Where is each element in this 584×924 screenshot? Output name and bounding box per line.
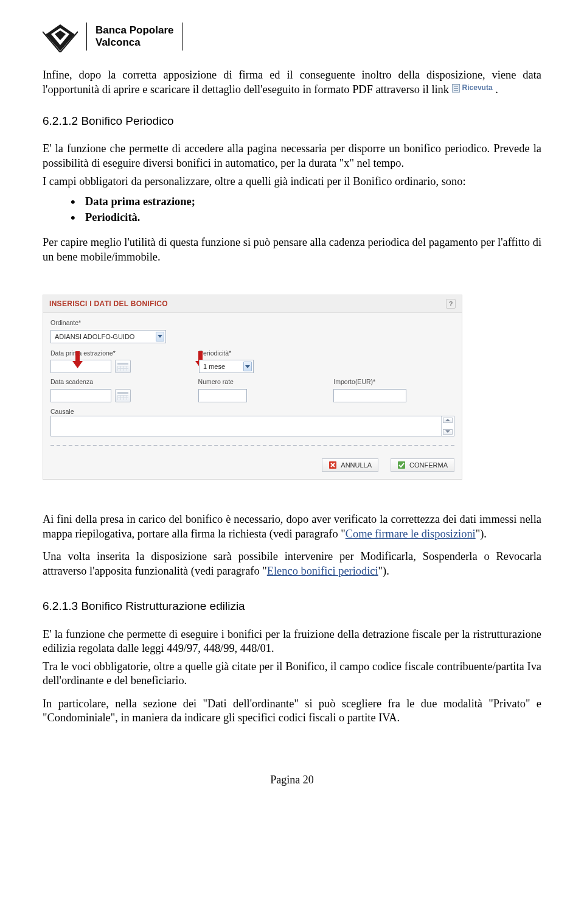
paragraph-intro-text-b: . (493, 83, 498, 96)
paragraph-periodico-desc: E' la funzione che permette di accedere … (43, 142, 541, 170)
form-footer: ANNULLA CONFERMA (43, 455, 462, 479)
annulla-button[interactable]: ANNULLA (322, 458, 378, 472)
data-prima-estrazione-label: Data prima estrazione* (50, 349, 184, 357)
importo-input[interactable] (333, 389, 406, 402)
brand-logo-icon (43, 21, 78, 52)
numero-rate-label: Numero rate (198, 378, 319, 386)
bullet-periodicita: Periodicità. (71, 211, 541, 225)
brand-header: Banca Popolare Valconca (43, 21, 541, 52)
bonifico-form-screenshot: INSERISCI I DATI DEL BONIFICO ? Ordinant… (43, 295, 462, 480)
paragraph-ristrutturazione-modalita: In particolare, nella sezione dei "Dati … (43, 697, 541, 726)
paragraph-ristrutturazione-voci: Tra le voci obbligatorie, oltre a quelle… (43, 660, 541, 688)
ordinante-value: ADIANSI ADOLFO-GUIDO (55, 332, 134, 341)
chevron-down-icon (243, 362, 252, 371)
bullet-data-prima-estrazione: Data prima estrazione; (71, 195, 541, 209)
data-scadenza-label: Data scadenza (50, 378, 184, 386)
causale-label: Causale (50, 408, 74, 415)
arrow-down-icon[interactable] (443, 429, 453, 435)
chevron-down-icon (156, 332, 164, 341)
paragraph-modifica: Una volta inserita la disposizione sarà … (43, 550, 541, 578)
page-number: Pagina 20 (43, 773, 541, 787)
conferma-button[interactable]: CONFERMA (391, 458, 454, 472)
conferma-label: CONFERMA (409, 461, 448, 469)
calendar-icon[interactable] (115, 360, 131, 373)
arrow-up-icon[interactable] (443, 418, 453, 423)
paragraph-ristrutturazione-desc: E' la funzione che permette di eseguire … (43, 628, 541, 656)
paragraph-presa-in-carico: Ai fini della presa in carico del bonifi… (43, 513, 541, 541)
link-come-firmare[interactable]: Come firmare le disposizioni (346, 528, 476, 540)
ricevuta-link[interactable]: Ricevuta (452, 83, 493, 93)
brand-name: Banca Popolare Valconca (96, 24, 174, 48)
brand-separator (86, 23, 87, 51)
brand-name-line2: Valconca (96, 37, 174, 49)
form-title: INSERISCI I DATI DEL BONIFICO (49, 299, 168, 309)
paragraph-periodico-fields: I campi obbligatori da personalizzare, o… (43, 175, 541, 189)
ricevuta-label: Ricevuta (462, 83, 493, 93)
paragraph-presa-in-carico-b: "). (476, 528, 487, 540)
paragraph-intro: Infine, dopo la corretta apposizione di … (43, 68, 541, 97)
data-scadenza-input[interactable] (50, 389, 111, 402)
link-elenco-bonifici[interactable]: Elenco bonifici periodici (267, 565, 378, 577)
form-divider (50, 445, 454, 446)
brand-name-line1: Banca Popolare (96, 24, 174, 37)
paragraph-modifica-b: "). (378, 565, 389, 577)
paragraph-periodico-example: Per capire meglio l'utilità di questa fu… (43, 236, 541, 264)
section-heading-bonifico-periodico: 6.2.1.2 Bonifico Periodico (43, 114, 541, 128)
brand-separator-right (182, 23, 183, 51)
numero-rate-input[interactable] (198, 389, 247, 402)
periodicita-label: Periodicità* (199, 349, 321, 357)
periodicita-value: 1 mese (203, 362, 225, 371)
importo-label: Importo(EUR)* (333, 378, 454, 386)
causale-spinner[interactable] (441, 416, 454, 436)
page-icon (452, 84, 460, 93)
ordinante-label: Ordinante* (50, 319, 184, 327)
data-prima-estrazione-input[interactable] (50, 360, 111, 373)
field-bullet-list: Data prima estrazione; Periodicità. (71, 195, 541, 225)
svg-rect-6 (398, 461, 405, 469)
ordinante-select[interactable]: ADIANSI ADOLFO-GUIDO (50, 330, 166, 343)
periodicita-select[interactable]: 1 mese (199, 360, 254, 373)
calendar-icon[interactable] (115, 389, 131, 402)
cancel-icon (328, 461, 337, 469)
section-heading-ristrutturazione: 6.2.1.3 Bonifico Ristrutturazione ediliz… (43, 599, 541, 614)
form-header: INSERISCI I DATI DEL BONIFICO ? (43, 295, 462, 313)
annulla-label: ANNULLA (341, 461, 372, 469)
help-icon[interactable]: ? (446, 299, 456, 309)
check-icon (397, 461, 406, 469)
causale-textarea[interactable] (50, 416, 454, 436)
